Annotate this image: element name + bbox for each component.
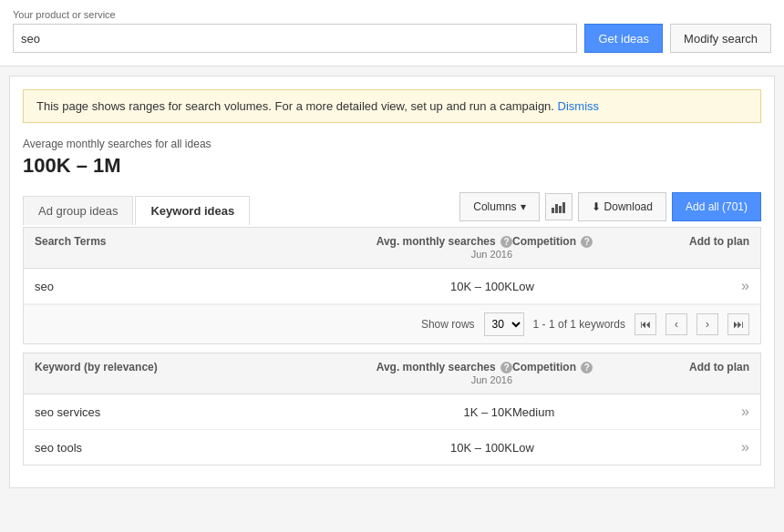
download-icon: ⬇	[592, 200, 601, 213]
row-term: seo	[35, 280, 326, 293]
svg-rect-1	[555, 204, 558, 213]
next-page-button[interactable]: ›	[696, 313, 718, 335]
get-ideas-button[interactable]: Get ideas	[584, 24, 663, 53]
chart-icon[interactable]	[545, 193, 573, 220]
next-icon: ›	[706, 318, 709, 331]
prev-page-button[interactable]: ‹	[665, 313, 687, 335]
pagination-row: Show rows 30 1 - 1 of 1 keywords ⏮ ‹ › ⏭	[24, 304, 760, 343]
row-avg-searches: 10K – 100K	[326, 280, 512, 293]
add-to-plan-0[interactable]: »	[658, 404, 749, 420]
dismiss-link[interactable]: Dismiss	[558, 99, 600, 113]
svg-rect-0	[552, 208, 554, 213]
avg-monthly-label: Average monthly searches for all ideas	[23, 138, 761, 150]
columns-button[interactable]: Columns ▾	[459, 192, 539, 221]
col-search-terms: Search Terms	[35, 235, 326, 261]
row-keyword-0: seo services	[35, 405, 326, 419]
tabs: Ad group ideas Keyword ideas	[23, 195, 252, 224]
avg-monthly-section: Average monthly searches for all ideas 1…	[23, 138, 761, 178]
first-page-icon: ⏮	[640, 318, 651, 331]
add-to-plan-btn[interactable]: »	[658, 278, 749, 294]
row-keyword-1: seo tools	[35, 441, 326, 455]
avg-monthly-value: 100K – 1M	[23, 154, 761, 178]
rows-select[interactable]: 30	[484, 312, 524, 336]
add-all-button[interactable]: Add all (701)	[672, 192, 761, 221]
row-avg-0: 1K – 10K	[326, 405, 512, 419]
prev-icon: ‹	[675, 318, 678, 331]
main-content: This page shows ranges for search volume…	[9, 76, 775, 488]
notification-bar: This page shows ranges for search volume…	[23, 89, 761, 123]
col-keyword-relevance: Keyword (by relevance)	[35, 361, 326, 386]
col-competition-2: Competition ?	[512, 361, 658, 386]
help-icon-comp-2[interactable]: ?	[581, 362, 593, 373]
table-row: seo 10K – 100K Low »	[24, 269, 760, 304]
row-comp-1: Low	[512, 441, 658, 455]
chevron-down-icon: ▾	[521, 200, 526, 213]
tab-keyword-ideas[interactable]: Keyword ideas	[135, 196, 250, 225]
product-service-label: Your product or service	[13, 9, 771, 20]
first-page-button[interactable]: ⏮	[634, 313, 656, 335]
row-avg-1: 10K – 100K	[326, 441, 512, 455]
row-comp-0: Medium	[512, 405, 658, 419]
col-avg-monthly-2: Avg. monthly searches ? Jun 2016	[326, 361, 512, 386]
notification-message: This page shows ranges for search volume…	[36, 99, 554, 113]
help-icon-comp[interactable]: ?	[581, 236, 593, 248]
pagination-range: 1 - 1 of 1 keywords	[533, 318, 625, 331]
svg-rect-2	[559, 206, 562, 213]
search-terms-header: Search Terms Avg. monthly searches ? Jun…	[24, 228, 760, 269]
col-competition-1: Competition ?	[512, 235, 658, 261]
col-add-to-plan-2: Add to plan	[658, 361, 749, 386]
tab-ad-group[interactable]: Ad group ideas	[23, 196, 133, 225]
search-input[interactable]	[13, 24, 577, 53]
row-competition: Low	[512, 280, 658, 293]
svg-rect-3	[562, 202, 565, 213]
help-icon-avg[interactable]: ?	[500, 236, 512, 248]
help-icon-avg-2[interactable]: ?	[500, 362, 512, 373]
download-button[interactable]: ⬇ Download	[578, 192, 666, 221]
col-add-to-plan-1: Add to plan	[658, 235, 749, 261]
last-page-button[interactable]: ⏭	[727, 313, 749, 335]
search-terms-table: Search Terms Avg. monthly searches ? Jun…	[23, 227, 761, 344]
col-avg-monthly-1: Avg. monthly searches ? Jun 2016	[326, 235, 512, 261]
show-rows-label: Show rows	[421, 318, 475, 331]
keyword-ideas-header: Keyword (by relevance) Avg. monthly sear…	[24, 353, 760, 394]
last-page-icon: ⏭	[733, 318, 744, 331]
toolbar: Columns ▾ ⬇ Download Add all (701)	[459, 192, 761, 227]
table-row: seo tools 10K – 100K Low »	[24, 430, 760, 465]
table-row: seo services 1K – 10K Medium »	[24, 394, 760, 430]
tabs-toolbar-row: Ad group ideas Keyword ideas Columns ▾ ⬇	[23, 192, 761, 228]
add-to-plan-1[interactable]: »	[658, 439, 749, 455]
modify-search-button[interactable]: Modify search	[670, 24, 771, 53]
top-section: Your product or service Get ideas Modify…	[0, 0, 784, 66]
search-row: Get ideas Modify search	[13, 24, 771, 53]
keyword-ideas-table: Keyword (by relevance) Avg. monthly sear…	[23, 353, 761, 466]
